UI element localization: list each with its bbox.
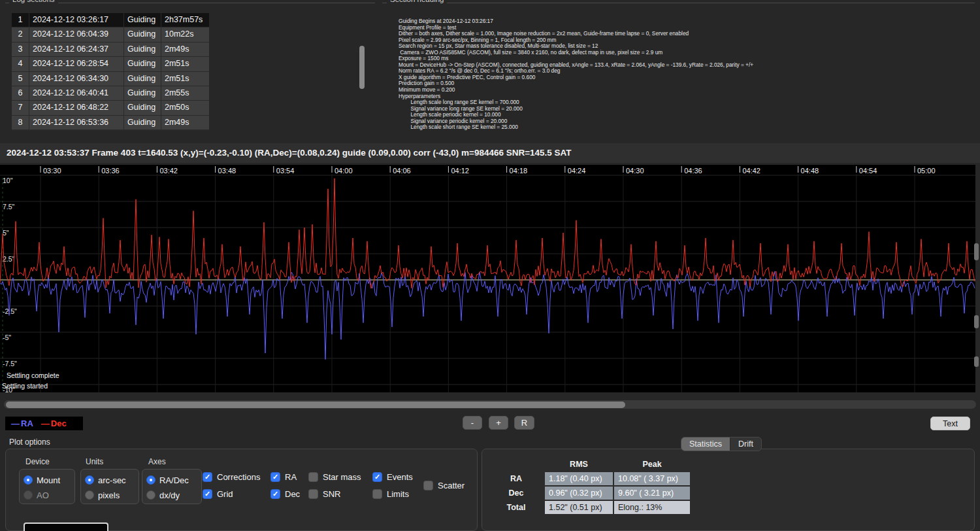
log-section-cell: Guiding xyxy=(124,27,161,41)
time-tick-label: 04:06 xyxy=(393,167,411,175)
radio-mount[interactable]: Mount xyxy=(24,475,60,485)
checkbox-label: Star mass xyxy=(323,472,361,482)
log-section-cell: 10m22s xyxy=(161,27,209,41)
checkbox-snr[interactable]: SNR xyxy=(308,488,340,499)
checkbox-events[interactable]: Events xyxy=(372,471,413,482)
time-tick-label: 04:48 xyxy=(801,167,819,175)
ra-trace xyxy=(0,271,975,360)
radio-label: arc-sec xyxy=(98,475,126,485)
plot-options-panel: Device Mount AO Units arc-sec pixels Axe… xyxy=(5,449,478,531)
radio-label: RA/Dec xyxy=(159,475,189,485)
log-sections-table[interactable]: 12024-12-12 03:26:17Guiding2h37m57s22024… xyxy=(12,13,209,131)
zoom-in-button[interactable]: + xyxy=(489,416,508,430)
chart-vscrollbar-segment[interactable] xyxy=(974,315,979,328)
stats-corner-cell xyxy=(489,458,544,471)
radio-ao[interactable]: AO xyxy=(24,490,49,500)
chart-vscrollbar-segment[interactable] xyxy=(974,356,979,367)
radio-circle xyxy=(85,475,94,485)
chart-hscrollbar-thumb[interactable] xyxy=(6,402,625,408)
stats-value-cell: 9.60" ( 3.21 px) xyxy=(614,487,690,500)
time-tick-label: 04:30 xyxy=(626,167,644,175)
log-section-cell: 2024-12-12 06:28:54 xyxy=(29,57,123,71)
checkbox-star-mass[interactable]: Star mass xyxy=(308,471,361,482)
time-tick-label: 03:48 xyxy=(218,167,237,175)
y-tick-label: 10" xyxy=(3,177,13,184)
log-section-cell: 1 xyxy=(12,13,29,27)
log-section-cell: 2 xyxy=(12,27,29,41)
log-sections-box-border xyxy=(5,3,375,3)
checkbox-grid[interactable]: Grid xyxy=(203,488,233,499)
log-section-cell: Guiding xyxy=(124,72,161,86)
checkbox-box xyxy=(372,489,382,499)
frame-status-bar: 2024-12-12 03:53:37 Frame 403 t=1640.53 … xyxy=(0,143,980,163)
device-group-label: Device xyxy=(25,457,50,466)
stats-row-label: Dec xyxy=(489,487,544,500)
radio-label: Mount xyxy=(37,475,60,485)
time-tick-label: 04:36 xyxy=(684,167,702,175)
plot-options-title: Plot options xyxy=(9,437,50,447)
radio-arcsec[interactable]: arc-sec xyxy=(85,475,126,485)
cropped-legend-box xyxy=(24,522,108,531)
time-tick-label: 04:42 xyxy=(742,167,760,175)
time-tick-label: 04:00 xyxy=(335,167,353,175)
legend-ra: —RA xyxy=(11,419,33,428)
log-section-cell: Guiding xyxy=(124,13,161,27)
log-section-cell: 2m55s xyxy=(161,86,209,100)
chart-hscrollbar-track[interactable] xyxy=(4,400,976,409)
legend-dec: —Dec xyxy=(41,419,67,428)
time-tick-label: 03:30 xyxy=(43,167,61,175)
checkbox-label: Scatter xyxy=(438,481,465,490)
log-section-cell: 3 xyxy=(12,43,29,56)
event-annotation: Settling complete xyxy=(7,371,59,379)
time-tick-label: 03:36 xyxy=(101,167,120,175)
checkbox-label: Dec xyxy=(285,489,300,499)
section-heading-panel: Guiding Begins at 2024-12-12 03:26:17 Eq… xyxy=(382,5,975,133)
guide-chart-svg[interactable]: 03:3003:3603:4203:4803:5404:0004:0604:12… xyxy=(0,165,975,392)
text-view-button[interactable]: Text xyxy=(930,417,970,430)
radio-label: pixels xyxy=(98,490,120,500)
checkbox-dec[interactable]: Dec xyxy=(270,488,300,499)
checkbox-box xyxy=(308,472,318,482)
log-section-cell: 7 xyxy=(12,101,29,114)
checkbox-label: RA xyxy=(285,472,297,482)
checkbox-scatter[interactable]: Scatter xyxy=(423,480,465,490)
radio-dxdy[interactable]: dx/dy xyxy=(146,490,180,500)
checkbox-corrections[interactable]: Corrections xyxy=(203,471,260,482)
zoom-out-button[interactable]: - xyxy=(463,416,482,430)
legend-ra-label: RA xyxy=(21,419,33,428)
radio-circle xyxy=(24,490,33,500)
checkbox-limits[interactable]: Limits xyxy=(372,488,409,499)
y-tick-label: -5" xyxy=(3,334,11,341)
log-section-cell: Guiding xyxy=(124,43,161,56)
checkbox-ra[interactable]: RA xyxy=(270,471,297,482)
statistics-table: RMSPeakRA1.18" (0.40 px)10.08" ( 3.37 px… xyxy=(489,458,690,514)
tab-statistics[interactable]: Statistics xyxy=(681,437,730,451)
log-section-cell: 2024-12-12 06:53:36 xyxy=(29,116,123,129)
y-tick-label: 2.5" xyxy=(3,255,15,263)
chart-vscrollbar-segment[interactable] xyxy=(974,243,979,260)
reset-zoom-button[interactable]: R xyxy=(514,416,534,430)
log-section-cell: Guiding xyxy=(124,101,161,114)
checkbox-box xyxy=(270,472,280,482)
radio-radec[interactable]: RA/Dec xyxy=(146,475,189,485)
axes-group-label: Axes xyxy=(148,457,166,466)
time-tick-label: 05:00 xyxy=(917,167,936,175)
y-tick-label: -7.5" xyxy=(3,360,17,368)
radio-pixels[interactable]: pixels xyxy=(85,490,120,500)
log-section-cell: 8 xyxy=(12,116,29,129)
radio-circle xyxy=(85,490,94,500)
tab-drift[interactable]: Drift xyxy=(730,437,761,451)
units-group-label: Units xyxy=(86,457,103,466)
log-sections-scrollbar[interactable] xyxy=(359,46,365,89)
radio-label: dx/dy xyxy=(159,490,180,500)
ra-color-swatch: — xyxy=(11,419,20,428)
checkbox-box xyxy=(203,489,212,499)
checkbox-box xyxy=(423,481,433,490)
log-section-cell: 4 xyxy=(12,57,29,71)
log-section-cell: 5 xyxy=(12,72,29,86)
log-section-cell: 2024-12-12 06:40:41 xyxy=(29,86,123,100)
log-section-cell: 2024-12-12 06:24:37 xyxy=(29,43,123,56)
guide-chart[interactable]: 03:3003:3603:4203:4803:5404:0004:0604:12… xyxy=(0,165,975,392)
log-section-cell: 2024-12-12 03:26:17 xyxy=(29,13,123,27)
y-tick-label: 7.5" xyxy=(3,203,15,211)
